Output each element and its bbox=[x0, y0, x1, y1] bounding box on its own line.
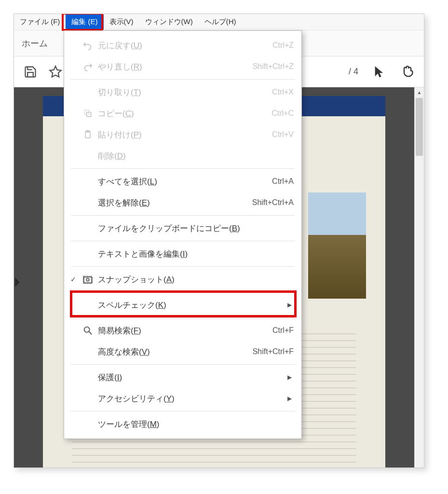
paste-icon bbox=[78, 130, 98, 139]
undo-icon bbox=[78, 40, 98, 51]
menu-delete[interactable]: 削除(D) bbox=[64, 145, 301, 166]
scroll-thumb[interactable] bbox=[416, 98, 423, 156]
menu-window[interactable]: ウィンドウ(W) bbox=[139, 14, 199, 29]
page-photo bbox=[308, 192, 366, 299]
menu-redo[interactable]: やり直し(R) Shift+Ctrl+Z bbox=[64, 56, 301, 77]
menu-undo[interactable]: 元に戻す(U) Ctrl+Z bbox=[64, 35, 301, 56]
menu-cut[interactable]: 切り取り(T) Ctrl+X bbox=[64, 82, 301, 103]
submenu-arrow-icon: ▶ bbox=[287, 302, 292, 308]
menu-file[interactable]: ファイル (F) bbox=[14, 14, 66, 29]
menu-find[interactable]: 簡易検索(F) Ctrl+F bbox=[64, 320, 301, 341]
menu-paste[interactable]: 貼り付け(P) Ctrl+V bbox=[64, 124, 301, 145]
submenu-arrow-icon: ▶ bbox=[287, 374, 292, 381]
svg-rect-5 bbox=[84, 277, 92, 283]
svg-point-6 bbox=[86, 278, 89, 281]
edit-menu-dropdown: 元に戻す(U) Ctrl+Z やり直し(R) Shift+Ctrl+Z 切り取り… bbox=[64, 30, 302, 439]
svg-point-8 bbox=[84, 327, 90, 332]
star-icon[interactable] bbox=[49, 65, 62, 79]
tab-home[interactable]: ホーム bbox=[22, 38, 48, 49]
menu-advanced-find[interactable]: 高度な検索(V) Shift+Ctrl+F bbox=[64, 341, 301, 362]
submenu-arrow-icon: ▶ bbox=[287, 395, 292, 402]
menu-help[interactable]: ヘルプ(H) bbox=[199, 14, 242, 29]
menu-deselect[interactable]: 選択を解除(E) Shift+Ctrl+A bbox=[64, 192, 301, 213]
menu-edit[interactable]: 編集 (E) bbox=[66, 14, 103, 29]
menu-view[interactable]: 表示(V) bbox=[104, 14, 139, 29]
redo-icon bbox=[78, 61, 98, 72]
page-total: 4 bbox=[353, 67, 358, 76]
menu-accessibility[interactable]: アクセシビリティ(Y) ▶ bbox=[64, 388, 301, 409]
page-separator: / bbox=[349, 67, 351, 76]
hand-tool-icon[interactable] bbox=[401, 65, 414, 79]
pdf-reader-window: ファイル (F) 編集 (E) 表示(V) ウィンドウ(W) ヘルプ(H) ホー… bbox=[14, 14, 424, 468]
vertical-scrollbar[interactable]: ▲ bbox=[414, 87, 424, 467]
collapse-left-icon[interactable] bbox=[15, 277, 20, 287]
menu-select-all[interactable]: すべてを選択(L) Ctrl+A bbox=[64, 171, 301, 192]
svg-marker-0 bbox=[50, 66, 61, 77]
menu-copy-file-to-clipboard[interactable]: ファイルをクリップボードにコピー(B) bbox=[64, 218, 301, 239]
menu-edit-text-images[interactable]: テキストと画像を編集(I) bbox=[64, 243, 301, 264]
page-count: / 4 bbox=[349, 67, 358, 77]
save-icon[interactable] bbox=[24, 65, 37, 79]
search-icon bbox=[78, 325, 98, 336]
menu-manage-tools[interactable]: ツールを管理(M) bbox=[64, 413, 301, 435]
menubar: ファイル (F) 編集 (E) 表示(V) ウィンドウ(W) ヘルプ(H) bbox=[14, 14, 424, 30]
menu-copy[interactable]: コピー(C) Ctrl+C bbox=[64, 103, 301, 124]
menu-snapshot[interactable]: ✓ スナップショット(A) bbox=[64, 269, 301, 290]
pointer-tool-icon[interactable] bbox=[373, 65, 386, 79]
scroll-up-icon[interactable]: ▲ bbox=[415, 87, 424, 97]
copy-icon bbox=[78, 109, 98, 118]
menu-protect[interactable]: 保護(I) ▶ bbox=[64, 367, 301, 388]
svg-line-9 bbox=[89, 332, 92, 335]
check-icon: ✓ bbox=[69, 275, 78, 283]
menu-spellcheck[interactable]: スペルチェック(K) ▶ bbox=[64, 294, 301, 316]
camera-icon bbox=[78, 274, 98, 285]
